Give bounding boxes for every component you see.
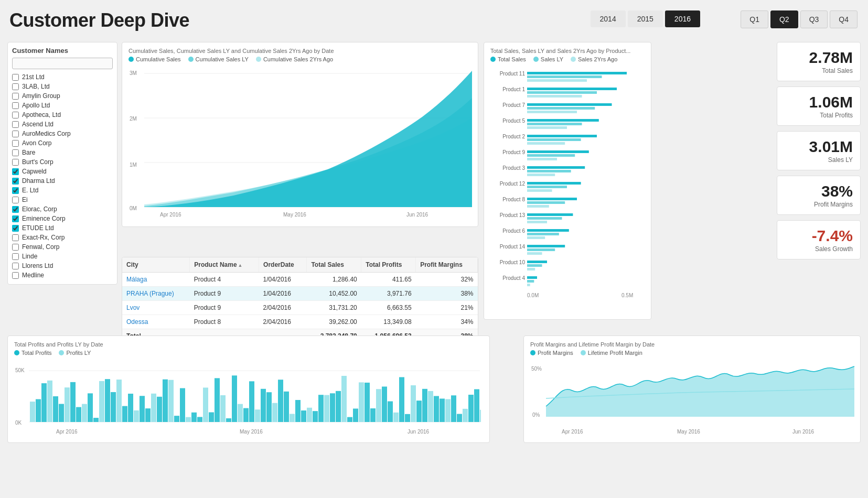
customer-checkbox[interactable] (12, 244, 19, 251)
svg-rect-122 (313, 411, 318, 422)
cell-profit-margins: 21% (416, 301, 478, 315)
customer-checkbox[interactable] (12, 131, 19, 137)
svg-rect-108 (232, 375, 237, 422)
year-btn-2014[interactable]: 2014 (591, 10, 626, 27)
quarter-btn-q4[interactable]: Q4 (830, 10, 858, 28)
svg-rect-74 (36, 399, 41, 422)
svg-rect-91 (134, 410, 139, 422)
customer-checkbox[interactable] (12, 159, 19, 166)
year-button-group: 2014 2015 2016 (591, 10, 700, 27)
customer-checkbox[interactable] (12, 253, 19, 260)
customer-checkbox[interactable] (12, 263, 19, 269)
customer-checkbox[interactable] (12, 234, 19, 241)
quarter-btn-q2[interactable]: Q2 (770, 10, 798, 28)
area-chart-svg: 3M 2M 1M 0M Apr 2016 May 2016 Jun 2016 (128, 66, 473, 220)
svg-rect-112 (255, 409, 260, 422)
table-row[interactable]: Odessa Product 8 2/04/2016 39,262.00 13,… (122, 315, 478, 329)
customer-checkbox[interactable] (12, 225, 19, 232)
svg-rect-49 (527, 213, 573, 216)
svg-rect-124 (324, 395, 329, 422)
svg-rect-109 (238, 404, 243, 422)
svg-text:Apr 2016: Apr 2016 (160, 212, 181, 218)
quarter-btn-q3[interactable]: Q3 (800, 10, 828, 28)
customer-item: Ascend Ltd (12, 120, 113, 129)
bar-chart-title: Total Sales, Sales LY and Sales 2Yrs Ago… (490, 48, 645, 54)
svg-rect-104 (209, 412, 214, 422)
svg-rect-96 (163, 380, 168, 422)
year-btn-2015[interactable]: 2015 (628, 10, 663, 27)
svg-rect-146 (451, 395, 456, 422)
cell-total-sales: 10,452.00 (307, 287, 361, 301)
svg-rect-139 (411, 385, 416, 422)
bar-chart-svg: Product 11Product 1Product 7Product 5Pro… (490, 66, 648, 312)
svg-rect-138 (405, 414, 410, 422)
customer-checkbox[interactable] (12, 215, 19, 222)
kpi-value: -7.4% (785, 227, 853, 244)
svg-rect-17 (527, 88, 617, 90)
customer-checkbox[interactable] (12, 272, 19, 279)
customer-item: Llorens Ltd (12, 261, 113, 270)
svg-rect-136 (393, 413, 399, 422)
customer-checkbox[interactable] (12, 102, 19, 109)
kpi-card: 3.01MSales LY (777, 131, 861, 170)
svg-rect-87 (111, 392, 116, 422)
cell-city: PRAHA (Prague) (122, 287, 190, 301)
br-legend-margins: Profit Margins (530, 350, 573, 356)
svg-rect-140 (416, 400, 422, 422)
area-chart-legend: Cumulative Sales Cumulative Sales LY Cum… (128, 56, 471, 62)
table-row[interactable]: Lvov Product 9 2/04/2016 31,731.20 6,663… (122, 301, 478, 315)
data-table-container: City Product Name▲ OrderDate Total Sales… (122, 257, 478, 344)
col-total-sales[interactable]: Total Sales (307, 257, 361, 273)
customer-checkbox[interactable] (12, 83, 19, 90)
year-btn-2016[interactable]: 2016 (665, 10, 700, 27)
customer-checkbox[interactable] (12, 121, 19, 128)
svg-rect-36 (527, 170, 571, 172)
customer-checkbox[interactable] (12, 149, 19, 156)
svg-rect-80 (70, 382, 76, 422)
cell-profit-margins: 32% (416, 273, 478, 287)
svg-rect-53 (527, 229, 569, 232)
customer-checkbox[interactable] (12, 197, 19, 203)
svg-rect-151 (480, 410, 481, 422)
svg-text:Apr 2016: Apr 2016 (56, 429, 78, 435)
customer-checkbox[interactable] (12, 178, 19, 185)
customer-name-label: Ascend Ltd (22, 121, 53, 128)
svg-rect-85 (99, 381, 104, 422)
cell-total-profits: 411.65 (361, 273, 416, 287)
kpi-panel: 2.78MTotal Sales1.06MTotal Profits3.01MS… (777, 42, 861, 259)
svg-rect-55 (527, 252, 542, 255)
bar-legend-sales-ly: Sales LY (533, 56, 563, 62)
customer-checkbox[interactable] (12, 74, 19, 81)
customer-checkbox[interactable] (12, 168, 19, 175)
svg-rect-143 (434, 396, 439, 422)
customer-search-input[interactable] (12, 58, 113, 69)
svg-rect-100 (186, 417, 191, 422)
customer-name-label: AuroMedics Corp (22, 130, 71, 137)
svg-rect-147 (457, 414, 462, 422)
table-row[interactable]: PRAHA (Prague) Product 9 1/04/2016 10,45… (122, 287, 478, 301)
quarter-btn-q1[interactable]: Q1 (741, 10, 768, 28)
customer-checkbox[interactable] (12, 187, 19, 194)
kpi-label: Total Profits (785, 112, 853, 119)
customer-checkbox[interactable] (12, 112, 19, 118)
col-city[interactable]: City (122, 257, 190, 273)
col-profit-margins[interactable]: Profit Margins (416, 257, 478, 273)
customer-item: Burt's Corp (12, 157, 113, 167)
svg-text:Product 2: Product 2 (502, 134, 525, 139)
quarter-button-group: Q1 Q2 Q3 Q4 (741, 10, 858, 28)
col-product-name[interactable]: Product Name▲ (190, 257, 259, 273)
customer-checkbox[interactable] (12, 140, 19, 147)
table-row[interactable]: Málaga Product 4 1/04/2016 1,286.40 411.… (122, 273, 478, 287)
col-order-date[interactable]: OrderDate (259, 257, 307, 273)
cell-city: Odessa (122, 315, 190, 329)
kpi-label: Profit Margins (785, 201, 853, 208)
customer-item: Apollo Ltd (12, 101, 113, 110)
svg-rect-52 (527, 233, 559, 235)
svg-text:Product 13: Product 13 (500, 212, 526, 218)
bottom-left-chart: Total Profits and Profits LY by Date Tot… (7, 335, 490, 443)
svg-rect-61 (527, 261, 547, 263)
customer-item: Apotheca, Ltd (12, 110, 113, 120)
customer-checkbox[interactable] (12, 206, 19, 213)
customer-checkbox[interactable] (12, 93, 19, 100)
col-total-profits[interactable]: Total Profits (361, 257, 416, 273)
